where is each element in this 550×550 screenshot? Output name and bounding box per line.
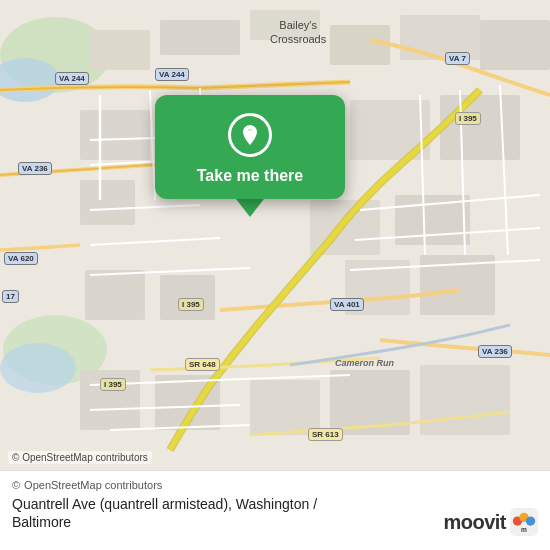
location-secondary: Baltimore bbox=[12, 514, 71, 530]
sr648-badge: SR 648 bbox=[185, 358, 220, 371]
copyright-line: © OpenStreetMap contributors bbox=[12, 479, 538, 491]
cameron-run-label: Cameron Run bbox=[335, 358, 394, 368]
va244-badge-2: VA 244 bbox=[155, 68, 189, 81]
moovit-text: moovit bbox=[443, 511, 506, 534]
map-container: Bailey'sCrossroads VA 244 VA 244 VA 7 VA… bbox=[0, 0, 550, 470]
copyright-symbol: © bbox=[12, 479, 20, 491]
popup-arrow bbox=[236, 199, 264, 217]
popup-bubble[interactable]: Take me there bbox=[155, 95, 345, 199]
i395-badge-1: I 395 bbox=[455, 112, 481, 125]
openstreetmap-credit: OpenStreetMap contributors bbox=[24, 479, 162, 491]
svg-rect-19 bbox=[80, 180, 135, 225]
popup-label: Take me there bbox=[197, 167, 303, 185]
svg-point-8 bbox=[0, 343, 76, 393]
svg-text:m: m bbox=[521, 526, 527, 533]
svg-rect-15 bbox=[80, 110, 150, 160]
svg-point-35 bbox=[526, 516, 535, 525]
svg-rect-14 bbox=[480, 20, 550, 70]
svg-rect-10 bbox=[160, 20, 240, 55]
svg-rect-9 bbox=[90, 30, 150, 70]
moovit-icon: m bbox=[510, 508, 538, 536]
svg-rect-28 bbox=[250, 380, 320, 435]
va620-badge: VA 620 bbox=[4, 252, 38, 265]
map-attribution: © OpenStreetMap contributors bbox=[8, 451, 152, 464]
svg-rect-22 bbox=[85, 270, 145, 320]
va236-badge-right: VA 236 bbox=[478, 345, 512, 358]
svg-rect-30 bbox=[420, 365, 510, 435]
bottom-bar: © OpenStreetMap contributors Quantrell A… bbox=[0, 470, 550, 550]
svg-rect-12 bbox=[330, 25, 390, 65]
i395-badge-2: I 395 bbox=[178, 298, 204, 311]
va236-badge-left: VA 236 bbox=[18, 162, 52, 175]
moovit-logo: moovit m bbox=[443, 508, 538, 536]
map-popup[interactable]: Take me there bbox=[155, 95, 345, 217]
va7-badge: VA 7 bbox=[445, 52, 470, 65]
location-primary: Quantrell Ave (quantrell armistead), Was… bbox=[12, 496, 317, 512]
va401-badge: VA 401 bbox=[330, 298, 364, 311]
location-pin-icon bbox=[228, 113, 272, 157]
svg-rect-18 bbox=[440, 95, 520, 160]
sr613-badge: SR 613 bbox=[308, 428, 343, 441]
va244-badge-1: VA 244 bbox=[55, 72, 89, 85]
route17-badge: 17 bbox=[2, 290, 19, 303]
i395-badge-3: I 395 bbox=[100, 378, 126, 391]
baileys-crossroads-label: Bailey'sCrossroads bbox=[270, 18, 326, 47]
